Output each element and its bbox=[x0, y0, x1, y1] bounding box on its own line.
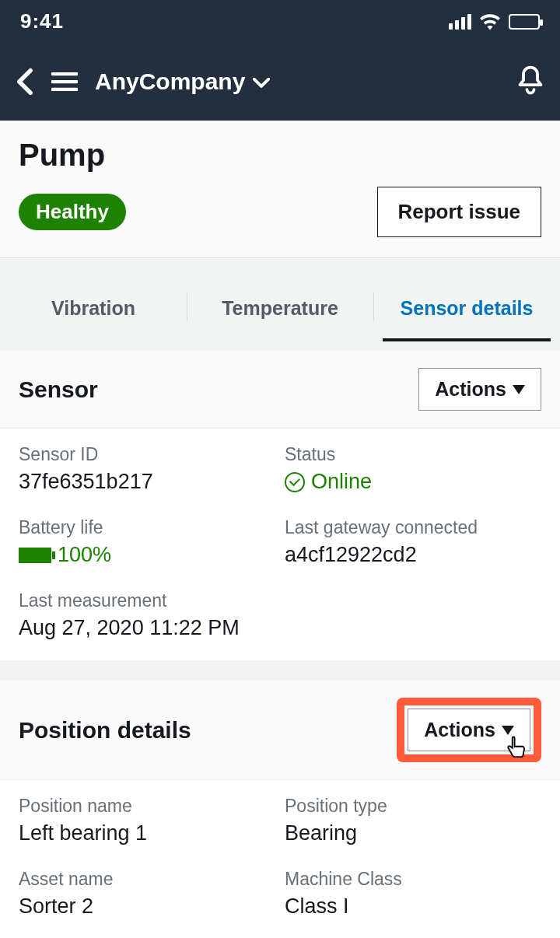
machine-class-value: Class I bbox=[285, 894, 541, 919]
asset-name-value: Sorter 2 bbox=[19, 894, 275, 919]
cellular-icon bbox=[449, 14, 471, 30]
report-issue-button[interactable]: Report issue bbox=[377, 187, 542, 237]
asset-name-field: Asset name Sorter 2 bbox=[19, 869, 275, 919]
sensor-id-label: Sensor ID bbox=[19, 444, 275, 465]
position-type-field: Position type Bearing bbox=[285, 796, 541, 845]
battery-icon bbox=[509, 14, 540, 30]
sensor-status-label: Status bbox=[285, 444, 541, 465]
wifi-icon bbox=[479, 13, 501, 30]
chevron-down-icon bbox=[253, 78, 270, 89]
position-name-field: Position name Left bearing 1 bbox=[19, 796, 275, 845]
sensor-status-value: Online bbox=[285, 470, 541, 494]
gateway-label: Last gateway connected bbox=[285, 517, 541, 538]
position-type-value: Bearing bbox=[285, 821, 541, 845]
tab-strip: Vibration Temperature Sensor details bbox=[0, 272, 560, 341]
sensor-actions-button[interactable]: Actions bbox=[418, 368, 541, 411]
battery-level-icon bbox=[19, 548, 51, 563]
position-name-value: Left bearing 1 bbox=[19, 821, 275, 845]
tab-temperature[interactable]: Temperature bbox=[187, 272, 373, 341]
sensor-panel-header: Sensor Actions bbox=[0, 351, 560, 429]
machine-class-label: Machine Class bbox=[285, 869, 541, 890]
tab-vibration[interactable]: Vibration bbox=[0, 272, 187, 341]
asset-name-label: Asset name bbox=[19, 869, 275, 890]
company-name: AnyCompany bbox=[95, 68, 245, 95]
check-circle-icon bbox=[285, 472, 305, 492]
menu-button[interactable] bbox=[51, 71, 78, 93]
position-panel-header: Position details Actions bbox=[0, 681, 560, 780]
gateway-value: a4cf12922cd2 bbox=[285, 543, 541, 567]
notifications-button[interactable] bbox=[516, 65, 544, 99]
battery-value: 100% bbox=[19, 543, 275, 567]
back-button[interactable] bbox=[16, 68, 34, 96]
position-panel-title: Position details bbox=[19, 717, 191, 744]
status-badge: Healthy bbox=[19, 194, 126, 230]
page-title: Pump bbox=[19, 138, 541, 173]
sensor-id-value: 37fe6351b217 bbox=[19, 470, 275, 494]
last-measurement-value: Aug 27, 2020 11:22 PM bbox=[19, 616, 541, 640]
last-measurement-field: Last measurement Aug 27, 2020 11:22 PM bbox=[19, 590, 541, 640]
tab-sensor-details[interactable]: Sensor details bbox=[373, 272, 560, 341]
position-actions-label: Actions bbox=[424, 719, 495, 741]
machine-class-field: Machine Class Class I bbox=[285, 869, 541, 919]
gateway-field: Last gateway connected a4cf12922cd2 bbox=[285, 517, 541, 567]
position-actions-highlight: Actions bbox=[397, 698, 541, 762]
position-type-label: Position type bbox=[285, 796, 541, 817]
company-selector[interactable]: AnyCompany bbox=[95, 68, 270, 95]
caret-down-icon bbox=[502, 726, 514, 735]
cursor-pointer-icon bbox=[504, 736, 527, 765]
status-time: 9:41 bbox=[20, 9, 64, 33]
sensor-actions-label: Actions bbox=[435, 378, 506, 401]
sensor-id-field: Sensor ID 37fe6351b217 bbox=[19, 444, 275, 494]
last-measurement-label: Last measurement bbox=[19, 590, 541, 611]
sensor-panel-title: Sensor bbox=[19, 376, 98, 403]
position-name-label: Position name bbox=[19, 796, 275, 817]
status-icons bbox=[449, 13, 540, 30]
battery-field: Battery life 100% bbox=[19, 517, 275, 567]
bell-icon bbox=[516, 65, 544, 96]
battery-label: Battery life bbox=[19, 517, 275, 538]
page-header: Pump Healthy Report issue bbox=[0, 121, 560, 258]
sensor-status-field: Status Online bbox=[285, 444, 541, 494]
status-bar: 9:41 bbox=[0, 0, 560, 43]
caret-down-icon bbox=[513, 385, 525, 394]
sensor-panel: Sensor Actions Sensor ID 37fe6351b217 St… bbox=[0, 351, 560, 660]
position-panel: Position details Actions Position name L… bbox=[0, 681, 560, 938]
nav-bar: AnyCompany bbox=[0, 43, 560, 121]
